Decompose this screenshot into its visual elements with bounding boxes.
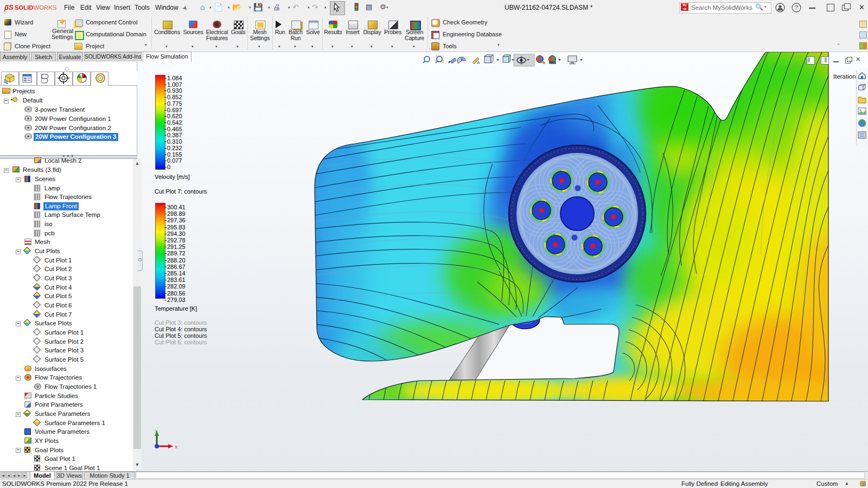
svg-text:SOLIDWORKS: SOLIDWORKS bbox=[15, 4, 57, 11]
svg-text:?: ? bbox=[795, 4, 798, 11]
svg-text:βS: βS bbox=[4, 3, 14, 11]
svg-text:A: A bbox=[477, 60, 480, 65]
svg-text:X: X bbox=[175, 445, 178, 450]
svg-text:Y: Y bbox=[155, 429, 158, 434]
